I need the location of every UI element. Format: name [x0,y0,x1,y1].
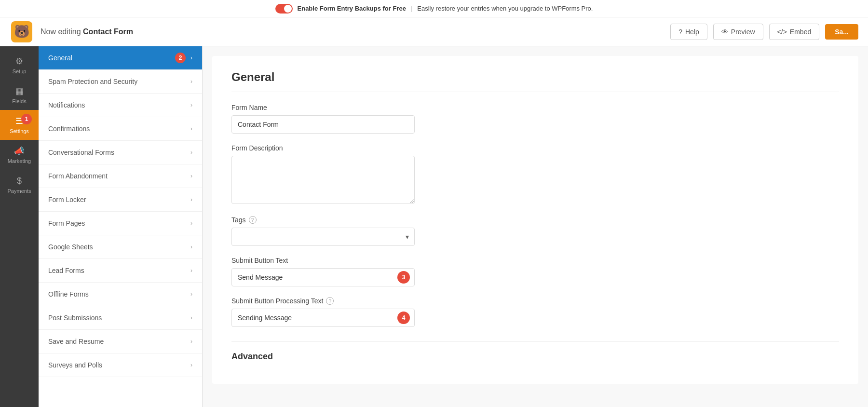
settings-menu-item-offline-forms[interactable]: Offline Forms › [39,283,202,306]
help-button[interactable]: ? Help [670,24,707,40]
google-sheets-label: Google Sheets [48,243,93,251]
help-label: Help [685,28,699,36]
fields-label: Fields [12,98,26,104]
form-abandonment-label: Form Abandonment [48,172,108,180]
settings-menu-item-spam-protection[interactable]: Spam Protection and Security › [39,70,202,94]
advanced-section-title: Advanced [231,341,839,362]
chevron-icon: › [190,54,192,61]
preview-icon: 👁 [721,28,728,36]
preview-button[interactable]: 👁 Preview [713,24,763,40]
setup-label: Setup [13,68,27,74]
general-badge: 2 [175,53,186,63]
fields-icon: ▦ [14,86,25,96]
spam-protection-label: Spam Protection and Security [48,78,137,85]
logo: 🐻 [10,20,34,44]
form-description-group: Form Description [231,144,839,205]
main-layout: ⚙ Setup ▦ Fields 1 ☰ Settings 📣 Marketin… [0,46,868,407]
editing-form-name: Contact Form [83,27,133,36]
sidebar-item-setup[interactable]: ⚙ Setup [0,50,39,80]
offline-forms-label: Offline Forms [48,290,89,298]
form-locker-label: Form Locker [48,196,86,204]
settings-menu-item-conversational-forms[interactable]: Conversational Forms › [39,141,202,164]
header: 🐻 Now editing Contact Form ? Help 👁 Prev… [0,17,868,46]
submit-processing-badge: 4 [397,312,410,324]
section-title: General [231,70,839,92]
chevron-icon: › [190,173,192,179]
settings-menu-item-general[interactable]: General 2 › [39,46,202,70]
submit-button-text-label: Submit Button Text [231,257,839,264]
tags-label: Tags ? [231,216,839,224]
settings-menu-item-notifications[interactable]: Notifications › [39,94,202,117]
chevron-icon: › [190,149,192,156]
settings-label: Settings [10,128,29,134]
sidebar-icons: ⚙ Setup ▦ Fields 1 ☰ Settings 📣 Marketin… [0,46,39,407]
sidebar-item-payments[interactable]: $ Payments [0,170,39,200]
tags-select-wrapper [231,228,415,246]
form-pages-label: Form Pages [48,219,85,227]
settings-menu-item-form-locker[interactable]: Form Locker › [39,188,202,212]
marketing-icon: 📣 [14,146,25,156]
submit-processing-input[interactable] [231,309,415,327]
tags-select[interactable] [231,228,415,246]
chevron-icon: › [190,267,192,274]
preview-label: Preview [731,28,755,36]
tags-help-icon[interactable]: ? [249,216,257,224]
notifications-label: Notifications [48,101,85,109]
chevron-icon: › [190,220,192,227]
submit-button-text-badge: 3 [397,271,410,284]
submit-processing-label: Submit Button Processing Text ? [231,297,839,305]
settings-sidebar: General 2 › Spam Protection and Security… [39,46,203,407]
header-title: Now editing Contact Form [41,27,664,36]
lead-forms-label: Lead Forms [48,267,84,274]
sidebar-item-fields[interactable]: ▦ Fields [0,80,39,110]
submit-processing-wrapper: 4 [231,309,415,327]
backup-toggle[interactable] [275,4,293,14]
tags-group: Tags ? [231,216,839,246]
submit-button-text-input[interactable] [231,268,415,286]
settings-menu-item-confirmations[interactable]: Confirmations › [39,117,202,141]
embed-icon: </> [777,28,787,36]
chevron-icon: › [190,338,192,345]
post-submissions-label: Post Submissions [48,314,102,322]
top-notification-bar: Enable Form Entry Backups for Free | Eas… [0,0,868,17]
submit-button-text-group: Submit Button Text 3 [231,257,839,286]
form-name-group: Form Name [231,104,839,134]
marketing-label: Marketing [8,158,31,164]
embed-button[interactable]: </> Embed [769,24,820,40]
chevron-icon: › [190,125,192,132]
save-and-resume-label: Save and Resume [48,338,104,345]
form-name-input[interactable] [231,115,415,134]
settings-menu-item-lead-forms[interactable]: Lead Forms › [39,259,202,283]
submit-button-text-wrapper: 3 [231,268,415,286]
chevron-icon: › [190,362,192,368]
form-description-label: Form Description [231,144,839,152]
submit-processing-help-icon[interactable]: ? [326,297,334,305]
form-name-label: Form Name [231,104,839,111]
chevron-icon: › [190,78,192,85]
general-label: General [48,54,72,62]
chevron-icon: › [190,196,192,203]
save-label: Sa... [835,28,849,36]
conversational-forms-label: Conversational Forms [48,149,114,156]
form-description-textarea[interactable] [231,156,415,204]
brand-logo: 🐻 [11,21,32,42]
divider: | [411,5,412,12]
help-icon: ? [678,28,682,36]
chevron-icon: › [190,102,192,109]
content-inner: General Form Name Form Description Tags [212,56,858,384]
settings-menu-item-surveys-and-polls[interactable]: Surveys and Polls › [39,353,202,377]
settings-menu-item-form-pages[interactable]: Form Pages › [39,212,202,235]
editing-prefix: Now editing [41,27,81,36]
toggle-description: Easily restore your entries when you upg… [417,5,593,12]
chevron-icon: › [190,244,192,250]
save-button[interactable]: Sa... [825,24,858,40]
payments-label: Payments [8,188,31,194]
sidebar-item-marketing[interactable]: 📣 Marketing [0,140,39,170]
sidebar-item-settings[interactable]: 1 ☰ Settings [0,110,39,140]
settings-menu-item-form-abandonment[interactable]: Form Abandonment › [39,164,202,188]
header-actions: ? Help 👁 Preview </> Embed Sa... [670,24,858,40]
settings-menu-item-post-submissions[interactable]: Post Submissions › [39,306,202,330]
submit-processing-text-group: Submit Button Processing Text ? 4 [231,297,839,327]
settings-menu-item-save-and-resume[interactable]: Save and Resume › [39,330,202,353]
settings-menu-item-google-sheets[interactable]: Google Sheets › [39,235,202,259]
